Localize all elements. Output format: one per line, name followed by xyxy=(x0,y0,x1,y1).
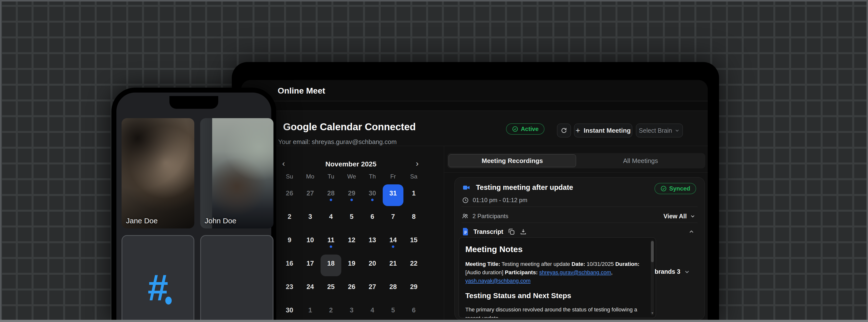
weekday-label: Tu xyxy=(320,173,341,180)
tab-bar-divider xyxy=(444,172,708,173)
calendar-day[interactable]: 3 xyxy=(341,301,362,322)
calendar-day[interactable]: 1 xyxy=(403,184,424,206)
tab-all-meetings[interactable]: All Meetings xyxy=(577,154,704,167)
calendar-day[interactable]: 29 xyxy=(341,184,362,206)
calendar-next-button[interactable]: › xyxy=(412,158,423,169)
calendar-day[interactable]: 3 xyxy=(300,208,320,229)
hash-logo-dot xyxy=(165,297,172,305)
calendar-prev-button[interactable]: ‹ xyxy=(278,158,289,169)
calendar-day-selected[interactable]: 31 xyxy=(383,184,403,206)
app-title: Online Meet xyxy=(278,80,325,101)
meta-label: Date: xyxy=(571,261,585,267)
transcript-panel[interactable]: Meeting Notes Meeting Title: Testing mee… xyxy=(459,237,656,318)
event-dot xyxy=(371,199,374,201)
calendar-day[interactable]: 6 xyxy=(362,208,383,229)
calendar-day[interactable]: 28 xyxy=(383,278,403,299)
calendar-day[interactable]: 26 xyxy=(341,278,362,299)
video-tile-john: John Doe xyxy=(200,118,274,228)
calendar-day[interactable]: 19 xyxy=(341,255,362,276)
scroll-down-arrow[interactable]: ▾ xyxy=(651,311,654,315)
calendar-month-label: November 2025 xyxy=(325,160,376,168)
calendar-day[interactable]: 28 xyxy=(320,184,341,206)
calendar-day[interactable]: 13 xyxy=(362,231,383,253)
calendar-day[interactable]: 5 xyxy=(341,208,362,229)
calendar-day[interactable]: 29 xyxy=(403,278,424,299)
notes-body: The primary discussion revolved around t… xyxy=(465,305,642,318)
calendar-day[interactable]: 10 xyxy=(300,231,320,253)
calendar-day[interactable]: 20 xyxy=(362,255,383,276)
app-subheader xyxy=(241,101,708,111)
calendar-day[interactable]: 21 xyxy=(383,255,403,276)
calendar-weekday-row: Su Mo Tu We Th Fr Sa xyxy=(279,173,424,180)
calendar-day[interactable]: 11 xyxy=(320,231,341,253)
meta-label: Duration: xyxy=(615,261,640,267)
calendar-day[interactable]: 2 xyxy=(279,208,300,229)
calendar-day[interactable]: 25 xyxy=(320,278,341,299)
calendar-day[interactable]: 7 xyxy=(383,208,403,229)
calendar-day[interactable]: 12 xyxy=(341,231,362,253)
transcript-label: Transcript xyxy=(473,228,503,235)
calendar-day[interactable]: 15 xyxy=(403,231,424,253)
card-divider xyxy=(462,222,698,223)
schbang-hash-logo: # xyxy=(148,269,168,306)
notes-body-line: The primary discussion revolved around t… xyxy=(465,305,642,318)
calendar-day[interactable]: 22 xyxy=(403,255,424,276)
chevron-up-icon[interactable] xyxy=(688,228,695,235)
separator: , xyxy=(611,269,613,276)
calendar-connected-title: Google Calendar Connected xyxy=(283,121,416,133)
calendar-day[interactable]: 27 xyxy=(300,184,320,206)
copy-icon[interactable] xyxy=(508,228,515,235)
active-status-label: Active xyxy=(521,126,538,133)
calendar-day[interactable]: 4 xyxy=(362,301,383,322)
calendar-day[interactable]: 17 xyxy=(300,255,320,276)
calendar-day-today[interactable]: 18 xyxy=(320,255,341,276)
plus-icon: + xyxy=(576,126,580,135)
brands-dropdown[interactable]: brands 3 xyxy=(655,268,690,275)
refresh-button[interactable] xyxy=(557,123,571,137)
calendar-day[interactable]: 16 xyxy=(279,255,300,276)
view-all-label: View All xyxy=(663,213,687,220)
calendar-day[interactable]: 30 xyxy=(362,184,383,206)
participant-email-link[interactable]: shreyas.gurav@schbang.com xyxy=(539,269,611,276)
meta-label: Meeting Title: xyxy=(465,261,500,267)
calendar-day[interactable]: 27 xyxy=(362,278,383,299)
card-divider xyxy=(462,207,698,207)
scrollbar-thumb[interactable] xyxy=(651,241,654,262)
weekday-label: Fr xyxy=(383,173,403,180)
calendar-day[interactable]: 2 xyxy=(320,301,341,322)
phone-device: Jane Doe John Doe # xyxy=(112,87,276,322)
tab-meeting-recordings[interactable]: Meeting Recordings xyxy=(448,154,576,167)
event-dot xyxy=(330,245,332,248)
video-tile-empty xyxy=(200,235,274,322)
calendar-day[interactable]: 6 xyxy=(403,301,424,322)
bottom-edge-strip xyxy=(0,320,868,322)
calendar-day[interactable]: 26 xyxy=(279,184,300,206)
calendar-day[interactable]: 9 xyxy=(279,231,300,253)
calendar-day[interactable]: 1 xyxy=(300,301,320,322)
calendar-day[interactable]: 23 xyxy=(279,278,300,299)
calendar-day[interactable]: 14 xyxy=(383,231,403,253)
calendar-day[interactable]: 30 xyxy=(279,301,300,322)
calendar-day[interactable]: 4 xyxy=(320,208,341,229)
weekday-label: We xyxy=(341,173,362,180)
event-dot xyxy=(392,245,394,248)
video-tile-jane: Jane Doe xyxy=(122,118,194,228)
transcript-scrollbar[interactable]: ▾ xyxy=(651,240,654,315)
event-dot xyxy=(330,199,332,201)
calendar-day[interactable]: 8 xyxy=(403,208,424,229)
meta-value: 10/31/2025 xyxy=(587,261,614,267)
participant-email-link[interactable]: yash.nayak@schbang.com xyxy=(465,278,530,284)
event-dot xyxy=(350,199,353,201)
weekday-label: Mo xyxy=(300,173,320,180)
download-icon[interactable] xyxy=(520,228,527,235)
instant-meeting-button[interactable]: + Instant Meeting xyxy=(574,123,632,137)
instant-meeting-label: Instant Meeting xyxy=(584,127,631,134)
notes-title: Meeting Notes xyxy=(465,245,642,254)
phone-notch xyxy=(169,96,218,109)
weekday-label: Th xyxy=(362,173,383,180)
calendar-day[interactable]: 24 xyxy=(300,278,320,299)
calendar-day[interactable]: 5 xyxy=(383,301,403,322)
select-brain-dropdown[interactable]: Select Brain xyxy=(636,123,683,137)
view-all-button[interactable]: View All xyxy=(663,213,695,220)
participant-name-label: Jane Doe xyxy=(126,217,158,225)
